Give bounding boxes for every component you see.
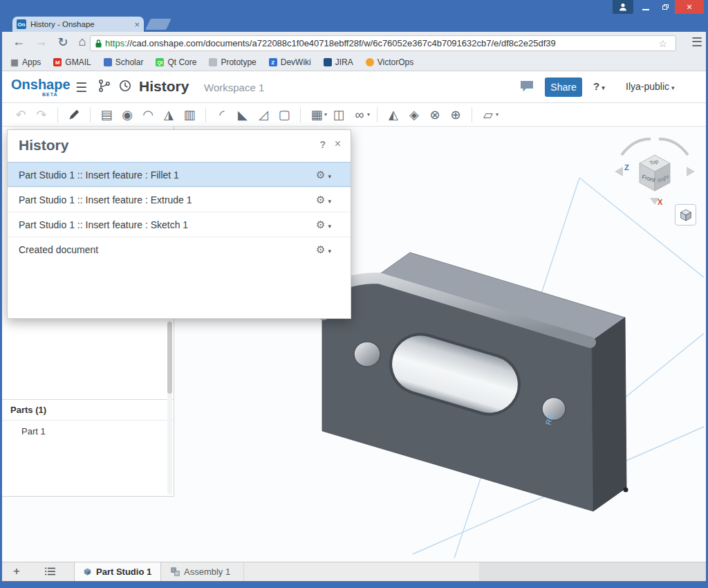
mirror-icon[interactable]: ◫ xyxy=(328,104,349,125)
window-titlebar: On History - Onshape × × xyxy=(0,0,708,32)
jira-icon xyxy=(324,58,332,66)
gear-icon: ⚙ xyxy=(316,244,325,255)
chrome-menu-icon[interactable]: ☰ xyxy=(691,35,702,50)
bookmark-gmail[interactable]: MGMAIL xyxy=(53,57,91,67)
bookmark-apps[interactable]: ▦Apps xyxy=(10,57,41,67)
comment-icon[interactable] xyxy=(519,80,534,97)
chevron-down-icon: ▾ xyxy=(328,223,331,230)
panel-help-icon[interactable]: ? xyxy=(319,139,326,150)
https-lock-icon xyxy=(95,39,102,48)
history-panel-title: History xyxy=(19,137,68,154)
shell-icon[interactable]: ▢ xyxy=(274,104,295,125)
address-bar[interactable]: https://cad.onshape.com/documents/a72208… xyxy=(90,35,676,51)
rotate-right-icon[interactable] xyxy=(687,167,695,176)
chevron-down-icon[interactable]: ▾ xyxy=(324,111,327,118)
history-entry[interactable]: Part Studio 1 :: Insert feature : Sketch… xyxy=(8,212,351,237)
part-body[interactable]: RIB xyxy=(322,252,628,511)
help-menu[interactable]: ?▾ xyxy=(593,80,605,92)
entry-settings-button[interactable]: ⚙▾ xyxy=(316,237,331,264)
user-menu[interactable]: Ilya-public▾ xyxy=(626,81,675,92)
part-list-item[interactable]: Part 1 xyxy=(2,423,174,441)
victorops-icon xyxy=(366,58,374,66)
panel-close-icon[interactable]: × xyxy=(335,138,341,150)
transform-icon[interactable]: ◈ xyxy=(404,104,425,125)
app-menu-icon[interactable]: ☰ xyxy=(75,80,87,95)
entry-settings-button[interactable]: ⚙▾ xyxy=(316,163,331,189)
new-tab-button[interactable] xyxy=(145,19,171,30)
rotate-cw-icon[interactable] xyxy=(659,139,688,155)
revolve-icon[interactable]: ◉ xyxy=(117,104,138,125)
draft-icon[interactable]: ◿ xyxy=(253,104,274,125)
versions-branch-icon[interactable] xyxy=(97,78,111,97)
history-entry[interactable]: Part Studio 1 :: Insert feature : Fillet… xyxy=(8,162,351,187)
forward-icon[interactable]: → xyxy=(32,35,49,49)
home-icon[interactable]: ⌂ xyxy=(74,35,91,49)
minimize-button[interactable] xyxy=(636,0,655,14)
tab-list-icon[interactable] xyxy=(45,567,56,579)
qt-icon: Qt xyxy=(156,58,164,66)
reload-icon[interactable]: ↻ xyxy=(55,35,71,50)
history-entry[interactable]: Created document ⚙▾ xyxy=(8,237,351,261)
history-clock-icon[interactable] xyxy=(118,79,132,96)
bookmark-star-icon[interactable]: ☆ xyxy=(658,38,667,49)
thicken-icon[interactable]: ▥ xyxy=(179,104,200,125)
history-panel: History ? × Part Studio 1 :: Insert feat… xyxy=(7,129,351,319)
x-axis-label: X xyxy=(658,198,663,206)
share-button[interactable]: Share xyxy=(545,77,582,97)
close-button[interactable]: × xyxy=(675,0,704,14)
redo-icon[interactable]: ↷ xyxy=(31,104,52,125)
split-icon[interactable]: ◭ xyxy=(383,104,404,125)
undo-icon[interactable]: ↶ xyxy=(10,104,31,125)
gear-icon: ⚙ xyxy=(316,169,325,181)
document-tab-bar: + Part Studio 1 Assembly 1 xyxy=(2,562,706,581)
workspace-label: Workspace 1 xyxy=(204,82,264,93)
chevron-down-icon[interactable]: ▾ xyxy=(496,111,499,118)
scholar-icon xyxy=(104,58,112,66)
chevron-down-icon: ▾ xyxy=(671,84,675,91)
history-entry[interactable]: Part Studio 1 :: Insert feature : Extrud… xyxy=(8,187,351,212)
onshape-logo[interactable]: Onshape xyxy=(11,77,71,93)
add-tab-icon[interactable]: + xyxy=(13,564,20,578)
bookmark-prototype[interactable]: Prototype xyxy=(209,57,256,67)
back-icon[interactable]: ← xyxy=(10,35,27,49)
chevron-down-icon[interactable]: ▾ xyxy=(367,111,370,118)
tab-part-studio-1[interactable]: Part Studio 1 xyxy=(74,562,161,581)
window-border xyxy=(0,581,708,588)
extrude-icon[interactable]: ▤ xyxy=(96,104,117,125)
isometric-view-button[interactable] xyxy=(675,204,696,226)
tab-close-icon[interactable]: × xyxy=(134,20,140,29)
loft-icon[interactable]: ◮ xyxy=(158,104,179,125)
sidebar-scrollbar-thumb[interactable] xyxy=(167,322,172,394)
beta-label: BETA xyxy=(42,92,58,97)
rotate-left-icon[interactable] xyxy=(615,167,623,176)
browser-tab[interactable]: On History - Onshape × xyxy=(12,17,144,32)
iso-cube-icon xyxy=(678,207,693,223)
fillet-icon[interactable]: ◜ xyxy=(212,104,232,125)
entry-settings-button[interactable]: ⚙▾ xyxy=(316,212,331,239)
restore-button[interactable] xyxy=(655,0,675,14)
bookmark-jira[interactable]: JIRA xyxy=(324,57,353,67)
tab-assembly-1[interactable]: Assembly 1 xyxy=(162,562,244,581)
bookmarks-bar: ▦Apps MGMAIL Scholar QtQt Core Prototype… xyxy=(2,54,706,71)
profile-icon[interactable] xyxy=(613,0,633,14)
url-text: ://cad.onshape.com/documents/a722088c1f0… xyxy=(124,38,556,48)
browser-window: On History - Onshape × × ← → ↻ ⌂ https:/… xyxy=(0,0,708,588)
z-axis-label: Z xyxy=(624,163,629,172)
bookmark-scholar[interactable]: Scholar xyxy=(104,57,144,67)
sweep-icon[interactable]: ◠ xyxy=(138,104,158,125)
chevron-down-icon: ▾ xyxy=(328,198,331,205)
apps-grid-icon: ▦ xyxy=(10,58,19,66)
bookmark-devwiki[interactable]: ZDevWiki xyxy=(269,57,311,67)
bookmark-qtcore[interactable]: QtQt Core xyxy=(156,57,196,67)
chamfer-icon[interactable]: ◣ xyxy=(232,104,253,125)
delete-part-icon[interactable]: ⊗ xyxy=(425,104,445,125)
prototype-icon xyxy=(209,58,217,66)
gear-icon: ⚙ xyxy=(316,194,325,205)
history-entries: Part Studio 1 :: Insert feature : Fillet… xyxy=(8,162,351,261)
bookmark-victorops[interactable]: VictorOps xyxy=(366,57,413,67)
view-cube[interactable]: Top Front Right Z X xyxy=(615,139,695,206)
modify-icon[interactable]: ⊕ xyxy=(445,104,466,125)
entry-settings-button[interactable]: ⚙▾ xyxy=(316,187,331,214)
rotate-ccw-icon[interactable] xyxy=(622,139,651,155)
sketch-icon[interactable] xyxy=(64,104,84,125)
